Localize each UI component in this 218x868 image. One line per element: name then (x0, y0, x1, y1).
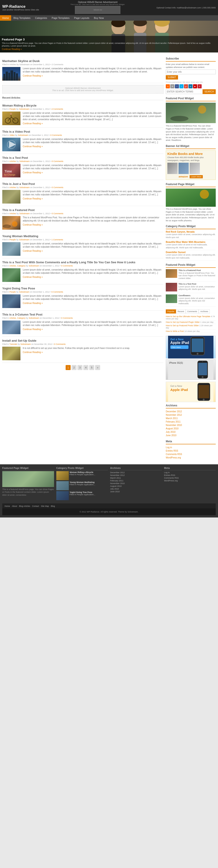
continue-8[interactable]: Continue Reading » (23, 328, 43, 331)
svg-rect-13 (8, 73, 10, 81)
footer-archive-1: November 2012 (110, 474, 162, 476)
nav-item-page-layouts[interactable]: Page Layouts (72, 15, 92, 21)
nav-link-page-layouts[interactable]: Page Layouts (72, 15, 92, 21)
subscribe-email-input[interactable] (166, 69, 216, 74)
svg-point-31 (12, 221, 18, 227)
footer-widget-title-0: Featured Page Widget (2, 467, 54, 470)
footer-nav-home[interactable]: Home (4, 504, 10, 507)
archive-item-4: November 2010 (166, 424, 216, 427)
footer-nav-contact[interactable]: Contact (32, 504, 39, 507)
continue-5[interactable]: Continue Reading » (23, 250, 43, 252)
page-2[interactable]: 2 (71, 365, 76, 370)
footer-nav-sitemap[interactable]: Site Map (41, 504, 49, 507)
tab-comments[interactable]: Comments (186, 309, 199, 313)
footer-cat-title-0: Woman Riding a Bicycle (70, 471, 95, 473)
page-4[interactable]: 4 (83, 365, 88, 370)
nav-item-categories[interactable]: Categories (33, 15, 49, 21)
page-3[interactable]: 3 (77, 365, 83, 370)
nav-item-blog-templates[interactable]: Blog Templates (11, 15, 33, 21)
footer-nav-blog[interactable]: Blog Articles (19, 504, 30, 507)
meta-item-0: Log in (166, 446, 216, 449)
continue-6[interactable]: Continue Reading » (23, 276, 43, 278)
twitter-icon[interactable]: t (179, 84, 184, 88)
continue-3[interactable]: Continue Reading » (23, 197, 43, 200)
article-meta-1: Filed in Video by Solostream on December… (2, 134, 163, 136)
article-body-5: Lorem ipsum dolor sit amet, consectetur … (2, 242, 163, 256)
nav-item-home[interactable]: Home (0, 15, 11, 21)
svg-point-32 (3, 224, 11, 228)
footer-widgets: Featured Page Widget This is a featured … (2, 467, 216, 501)
nav-link-page-templates[interactable]: Page Templates (50, 15, 72, 21)
article-manhattan-continue[interactable]: Continue Reading » (23, 74, 43, 77)
article-title-2: This is a Test Post (2, 156, 163, 159)
article-body-4: This is a featured WordPress Post. You c… (2, 216, 163, 230)
article-manhattan: Manhattan Skyline at Dusk Filed in Artic… (2, 57, 163, 83)
article-text-1: Lorem ipsum dolor sit amet, consectetur … (23, 138, 163, 148)
ipad-ad2-svg: Get a New Apple iPad (168, 382, 214, 402)
amazon-logo: amazon Learn More (167, 175, 214, 178)
tab-recent[interactable]: Recent (176, 309, 186, 313)
search-input[interactable] (166, 89, 203, 94)
ipad-ad-1[interactable]: Get a New Apple iPad Click Here (166, 336, 216, 359)
page-next[interactable]: » (95, 365, 100, 370)
subscribe-widget: Subscribe Enter your email address below… (166, 57, 216, 94)
nav-link-home[interactable]: Home (0, 15, 11, 21)
nav-item-page-templates[interactable]: Page Templates (50, 15, 72, 21)
continue-4[interactable]: Continue Reading » (23, 223, 43, 226)
footer-meta-list: Log in Entries RSS Comments RSS WordPres… (164, 471, 216, 482)
continue-0[interactable]: Continue Reading » (23, 122, 43, 125)
page-1[interactable]: 1 (66, 365, 71, 370)
footer-nav-about[interactable]: About (12, 504, 17, 507)
tab-popular[interactable]: Popular (166, 309, 176, 313)
iphone-ad[interactable]: iPhone 3G(S) (166, 360, 216, 380)
continue-9[interactable]: Continue Reading » (23, 351, 43, 353)
archive-item-2: March 2011 (166, 416, 216, 420)
article-thumb-5 (2, 242, 21, 256)
popular-item-3: How to Write a Post 14 views per day (166, 330, 216, 333)
nav-link-blog-templates[interactable]: Blog Templates (11, 15, 33, 21)
fp-post-excerpt-0: This is a featured WordPress Post. You c… (179, 272, 216, 280)
rss-icon[interactable]: ⊙ (166, 84, 170, 88)
email-icon[interactable]: ✉ (170, 84, 175, 88)
youtube-icon[interactable]: ▶ (193, 84, 197, 88)
continue-7[interactable]: Continue Reading » (23, 302, 43, 304)
continue-2[interactable]: Continue Reading » (23, 171, 43, 174)
linkedin-icon[interactable]: in (188, 84, 193, 88)
banner-ad-content: Kindle Books and More Choose from 450,00… (166, 150, 216, 180)
facebook-icon[interactable]: f (175, 84, 179, 88)
archive-item-1: November 2012 (166, 413, 216, 416)
nav-item-buy-now[interactable]: Buy Now (92, 15, 106, 21)
article-manhattan-meta: Filed in Articles by Solostream on Decem… (2, 63, 163, 66)
article-thumb-4 (2, 216, 21, 230)
continue-1[interactable]: Continue Reading » (23, 145, 43, 148)
article-text-5: Lorem ipsum dolor sit amet, consectetur … (23, 242, 163, 253)
search-button[interactable]: SEARCH (203, 89, 216, 94)
footer-widget-0: Featured Page Widget This is a featured … (2, 467, 54, 501)
article-thumb-2: Time for Change (2, 164, 21, 178)
archive-item-7: June 2010 (166, 434, 216, 437)
nav-link-categories[interactable]: Categories (33, 15, 49, 21)
ipad-ad-2[interactable]: Get a New Apple iPad (166, 382, 216, 402)
learn-more-button[interactable]: Learn More (190, 175, 203, 178)
tab-archives[interactable]: Archives (199, 309, 210, 313)
googleplus-icon[interactable]: g+ (184, 84, 188, 88)
copyright-text: © 2012 WP-Radiance. All rights reserved.… (3, 509, 215, 514)
thumb-svg-4 (2, 216, 21, 230)
article-title-8: This is a 3-Column Test Post (2, 313, 163, 316)
article-text-3: Lorem ipsum dolor sit amet, consectetur … (23, 190, 163, 200)
fp-post-text-2: Cornflowers Lorem ipsum dolor sit amet, … (179, 294, 216, 305)
article-item-3: This is Just a Test Post Filed in Articl… (2, 180, 163, 206)
featured-page-widget-image (166, 189, 216, 207)
footer-nav-blog2[interactable]: Blog (51, 504, 55, 507)
article-manhattan-body: Lorem ipsum dolor sit amet, consectetur … (2, 67, 163, 81)
featured-post-widget-text: This is a featured WordPress Post. You c… (166, 124, 216, 142)
nav-link-buy-now[interactable]: Buy Now (92, 15, 106, 21)
article-thumb-6 (2, 268, 21, 282)
article-text-9: It is not difficult to set up your new t… (23, 347, 163, 354)
featured-post-cta[interactable]: Continue Reading » (2, 48, 22, 51)
subscribe-submit-button[interactable]: SUBMIT (166, 75, 178, 80)
popular-tabs: Popular Recent Comments Archives (166, 309, 216, 313)
pinterest-icon[interactable]: P (197, 84, 201, 88)
fpw2-svg (166, 189, 216, 207)
page-5[interactable]: 5 (89, 365, 94, 370)
